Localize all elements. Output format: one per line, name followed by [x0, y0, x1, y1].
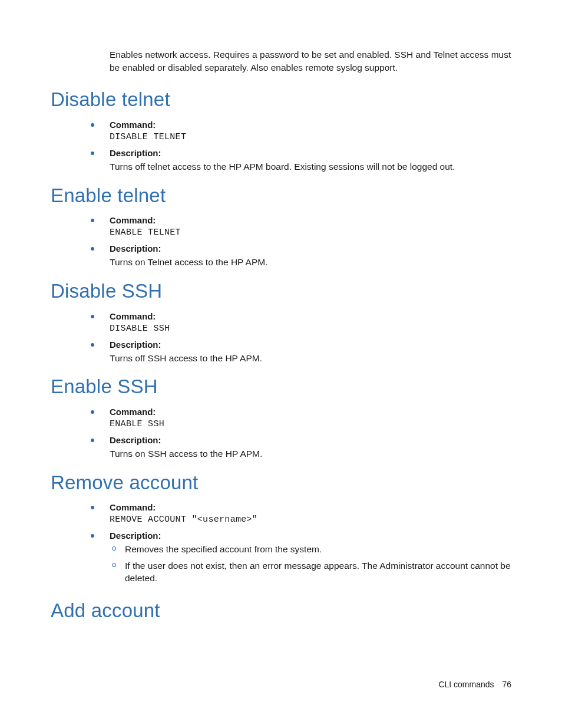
sublist-text: If the user does not exist, then an erro… — [125, 561, 511, 584]
item-command: Command: DISABLE SSH — [110, 311, 511, 334]
label-description: Description: — [110, 435, 511, 445]
label-command: Command: — [110, 311, 511, 321]
sub-bullet-icon: o — [112, 543, 116, 554]
description-text: Turns on SSH access to the HP APM. — [110, 447, 511, 460]
bullet-icon — [91, 410, 94, 414]
description-sublist: o Removes the specified account from the… — [125, 543, 511, 585]
list-disable-telnet: Command: DISABLE TELNET Description: Tur… — [110, 120, 511, 173]
label-description: Description: — [110, 243, 511, 253]
sublist-text: Removes the specified account from the s… — [125, 544, 322, 554]
footer-page-number: 76 — [502, 680, 511, 689]
item-command: Command: ENABLE SSH — [110, 407, 511, 429]
bullet-icon — [91, 534, 94, 538]
item-command: Command: ENABLE TELNET — [110, 215, 511, 238]
sublist-item: o If the user does not exist, then an er… — [125, 559, 511, 585]
sublist-item: o Removes the specified account from the… — [125, 543, 511, 556]
footer-section: CLI commands — [438, 680, 494, 689]
heading-enable-ssh: Enable SSH — [51, 375, 511, 398]
list-remove-account: Command: REMOVE ACCOUNT "<username>" Des… — [110, 502, 511, 585]
label-description: Description: — [110, 531, 511, 541]
list-enable-telnet: Command: ENABLE TELNET Description: Turn… — [110, 215, 511, 269]
bullet-icon — [91, 506, 94, 509]
label-description: Description: — [110, 340, 511, 350]
heading-enable-telnet: Enable telnet — [51, 184, 511, 207]
description-text: Turns on Telnet access to the HP APM. — [110, 256, 511, 269]
label-command: Command: — [110, 120, 511, 130]
heading-add-account: Add account — [51, 599, 511, 622]
code-command: ENABLE SSH — [110, 419, 511, 429]
code-command: REMOVE ACCOUNT "<username>" — [110, 515, 511, 525]
description-text: Turns off telnet access to the HP APM bo… — [110, 160, 511, 173]
bullet-icon — [91, 247, 94, 251]
sub-bullet-icon: o — [112, 559, 116, 570]
list-enable-ssh: Command: ENABLE SSH Description: Turns o… — [110, 407, 511, 460]
heading-disable-ssh: Disable SSH — [51, 279, 511, 303]
page-footer: CLI commands 76 — [438, 680, 511, 689]
bullet-icon — [91, 343, 94, 347]
label-description: Description: — [110, 148, 511, 158]
item-command: Command: DISABLE TELNET — [110, 120, 511, 142]
item-description: Description: o Removes the specified acc… — [110, 531, 511, 585]
intro-paragraph: Enables network access. Requires a passw… — [110, 48, 511, 74]
code-command: ENABLE TELNET — [110, 228, 511, 238]
bullet-icon — [91, 123, 94, 127]
code-command: DISABLE TELNET — [110, 132, 511, 142]
heading-remove-account: Remove account — [51, 471, 511, 495]
label-command: Command: — [110, 502, 511, 512]
label-command: Command: — [110, 215, 511, 225]
bullet-icon — [91, 315, 94, 318]
item-description: Description: Turns on Telnet access to t… — [110, 243, 511, 269]
heading-disable-telnet: Disable telnet — [51, 88, 511, 111]
code-command: DISABLE SSH — [110, 324, 511, 334]
bullet-icon — [91, 219, 94, 222]
list-disable-ssh: Command: DISABLE SSH Description: Turns … — [110, 311, 511, 365]
label-command: Command: — [110, 407, 511, 417]
item-description: Description: Turns on SSH access to the … — [110, 435, 511, 460]
bullet-icon — [91, 439, 94, 442]
item-description: Description: Turns off SSH access to the… — [110, 340, 511, 365]
item-command: Command: REMOVE ACCOUNT "<username>" — [110, 502, 511, 525]
item-description: Description: Turns off telnet access to … — [110, 148, 511, 173]
bullet-icon — [91, 151, 94, 155]
description-text: Turns off SSH access to the HP APM. — [110, 352, 511, 365]
